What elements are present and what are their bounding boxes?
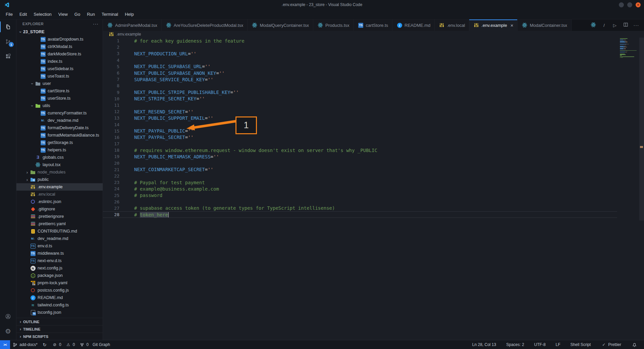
tab-README.md[interactable]: iREADME.md — [392, 19, 435, 31]
code-line-24[interactable]: 24# example@business.example.com — [103, 186, 617, 192]
menu-edit[interactable]: Edit — [16, 11, 30, 18]
tree-item-darkModeStore.ts[interactable]: TSdarkModeStore.ts — [16, 50, 103, 58]
code-line-20[interactable]: 20 — [103, 160, 617, 166]
code-line-13[interactable]: 13NEXT_PUBLIC_SUPPORT_EMAIL='' — [103, 115, 617, 121]
status-0[interactable]: ⊘0 — [50, 340, 63, 349]
code-line-4[interactable]: 4 — [103, 57, 617, 63]
editor-action-react[interactable] — [590, 22, 596, 29]
status-bell[interactable] — [629, 340, 639, 349]
code-line-2[interactable]: 2 — [103, 44, 617, 50]
code-line-8[interactable]: 8 — [103, 83, 617, 89]
code-line-27[interactable]: 27# supabase access token (to generate t… — [103, 205, 617, 211]
tree-item-postcss.config.js[interactable]: postcss.config.js — [16, 287, 103, 294]
tree-item-pnpm-lock.yaml[interactable]: pnpm-lock.yaml — [16, 279, 103, 287]
status-0[interactable]: ⚠0 — [63, 340, 77, 349]
status-spaces-2[interactable]: Spaces: 2 — [504, 340, 526, 349]
tab-ModalQueryContainer.tsx[interactable]: ModalQueryContainer.tsx — [248, 19, 313, 31]
status-prettier[interactable]: ✓Prettier — [599, 340, 623, 349]
tree-item-useSidebar.ts[interactable]: TSuseSidebar.ts — [16, 65, 103, 72]
tree-item-layout.tsx[interactable]: layout.tsx — [16, 161, 103, 168]
tree-item-globals.css[interactable]: Ǝglobals.css — [16, 154, 103, 161]
code-line-26[interactable]: 26 — [103, 199, 617, 205]
tree-item-package.json[interactable]: jspackage.json — [16, 272, 103, 279]
tab-AreYouSureDeleteProductModal.tsx[interactable]: AreYouSureDeleteProductModal.tsx — [162, 19, 248, 31]
status-sync[interactable]: ↻ — [40, 340, 50, 349]
tab-.env.example[interactable]: .env.example× — [469, 19, 518, 31]
code-line-11[interactable]: 11 — [103, 102, 617, 108]
tree-item-utils[interactable]: ›utils — [16, 102, 103, 109]
editor-scrollbar[interactable] — [639, 38, 644, 220]
tab-.env.local[interactable]: .env.local — [435, 19, 469, 31]
code-line-6[interactable]: 6NEXT_PUBLIC_SUPABASE_ANON_KEY='' — [103, 70, 617, 76]
tab-ModalContainer.tsx[interactable]: ModalContainer.tsx — [518, 19, 571, 31]
status-add-docs-[interactable]: add-docs* — [10, 340, 40, 349]
code-line-28[interactable]: 28# token_here — [103, 211, 617, 218]
activity-settings-gear[interactable]: ⚙ — [0, 324, 16, 339]
maximize-button[interactable] — [627, 2, 632, 7]
editor-action-slash[interactable]: / — [601, 22, 607, 28]
tab-cartStore.ts[interactable]: TScartStore.ts — [354, 19, 392, 31]
tree-item-next.config.js[interactable]: Nnext.config.js — [16, 264, 103, 272]
menu-go[interactable]: Go — [71, 11, 83, 18]
tree-item-ctrlKModal.ts[interactable]: TSctrlKModal.ts — [16, 43, 103, 50]
remote-indicator[interactable]: >< — [0, 340, 10, 349]
minimize-button[interactable] — [619, 2, 624, 7]
tree-item-.prettierignore[interactable]: .prettierignore — [16, 213, 103, 220]
status-shell-script[interactable]: Shell Script — [569, 340, 593, 349]
section-npm-scripts[interactable]: ›NPM SCRIPTS — [16, 333, 103, 340]
tree-item-.env.local[interactable]: .env.local — [16, 191, 103, 198]
code-line-25[interactable]: 25# password — [103, 192, 617, 199]
code-line-16[interactable]: 16NEXT_PAYPAL_SECRET='' — [103, 134, 617, 141]
tree-item-avatarDropdown.ts[interactable]: TSavatarDropdown.ts — [16, 36, 103, 43]
tree-root-folder[interactable]: › 23_STORE — [16, 28, 103, 36]
editor-action-split[interactable] — [623, 22, 629, 28]
tree-item-tailwind.config.ts[interactable]: ≈tailwind.config.ts — [16, 301, 103, 309]
tree-item-getStorage.ts[interactable]: TSgetStorage.ts — [16, 139, 103, 146]
activity-extensions[interactable] — [0, 49, 16, 64]
activity-files[interactable] — [0, 19, 16, 34]
more-actions-icon[interactable]: ··· — [93, 21, 99, 27]
code-line-18[interactable]: 18# requires window.ethereum.request - w… — [103, 147, 617, 153]
section-timeline[interactable]: ›TIMELINE — [16, 325, 103, 333]
tree-item-next-env.d.ts[interactable]: TSnext-env.d.ts — [16, 257, 103, 264]
activity-source-control[interactable]: 1 — [0, 34, 16, 49]
code-line-19[interactable]: 19NEXT_PUBLIC_METAMASK_ADRESS='' — [103, 153, 617, 160]
editor-action-play[interactable]: ▷ — [612, 22, 618, 28]
menu-terminal[interactable]: Terminal — [99, 11, 121, 18]
status-ln-28-col-13[interactable]: Ln 28, Col 13 — [470, 340, 498, 349]
tree-item-public[interactable]: ›public — [16, 176, 103, 183]
breadcrumb[interactable]: .env.example — [103, 31, 644, 38]
code-line-22[interactable]: 22 — [103, 173, 617, 179]
menu-selection[interactable]: Selection — [31, 11, 54, 18]
tree-item-.gitignore[interactable]: .gitignore — [16, 205, 103, 213]
tree-item-helpers.ts[interactable]: TShelpers.ts — [16, 146, 103, 154]
close-button[interactable]: × — [636, 2, 641, 7]
tree-item-user[interactable]: ›user — [16, 80, 103, 87]
tree-item-userStore.ts[interactable]: TSuserStore.ts — [16, 95, 103, 102]
code-line-10[interactable]: 10NEXT_STRIPE_SECRET_KEY='' — [103, 96, 617, 102]
tree-item-useToast.ts[interactable]: TSuseToast.ts — [16, 72, 103, 80]
status-git-graph[interactable]: Git Graph — [91, 340, 112, 349]
tree-item-tsconfig.json[interactable]: TStsconfig.json — [16, 309, 103, 316]
code-line-21[interactable]: 21NEXT_COINMARKETCAP_SECRET='' — [103, 166, 617, 173]
menu-file[interactable]: File — [3, 11, 16, 18]
tree-item-formatDeliveryDate.ts[interactable]: TSformatDeliveryDate.ts — [16, 124, 103, 132]
tree-item-node_modules[interactable]: ›node_modules — [16, 168, 103, 176]
tree-item-cartStore.ts[interactable]: TScartStore.ts — [16, 87, 103, 95]
tab-AdminPanelModal.tsx[interactable]: AdminPanelModal.tsx — [103, 19, 162, 31]
code-line-23[interactable]: 23# Paypal for test payment — [103, 179, 617, 186]
editor-action-more[interactable]: ··· — [633, 22, 639, 28]
code-line-5[interactable]: 5NEXT_PUBLIC_SUPABASE_URL='' — [103, 63, 617, 70]
code-editor[interactable]: 1# for each key guideness in the feature… — [103, 38, 644, 340]
tree-item-formatMetamaskBalance.ts[interactable]: TSformatMetamaskBalance.ts — [16, 132, 103, 139]
menu-help[interactable]: Help — [122, 11, 137, 18]
tab-Products.tsx[interactable]: Products.tsx — [313, 19, 354, 31]
code-line-12[interactable]: 12NEXT_RESEND_SECRET='' — [103, 108, 617, 115]
code-line-7[interactable]: 7SUPABASE_SERVICE_ROLE_KEY='' — [103, 76, 617, 83]
status-utf-8[interactable]: UTF-8 — [532, 340, 548, 349]
close-icon[interactable]: × — [511, 23, 514, 28]
menu-view[interactable]: View — [55, 11, 71, 18]
status-lf[interactable]: LF — [554, 340, 562, 349]
tree-item-dev_readme.md[interactable]: M↓dev_readme.md — [16, 235, 103, 242]
tree-item-currencyFormatter.ts[interactable]: TScurrencyFormatter.ts — [16, 109, 103, 117]
